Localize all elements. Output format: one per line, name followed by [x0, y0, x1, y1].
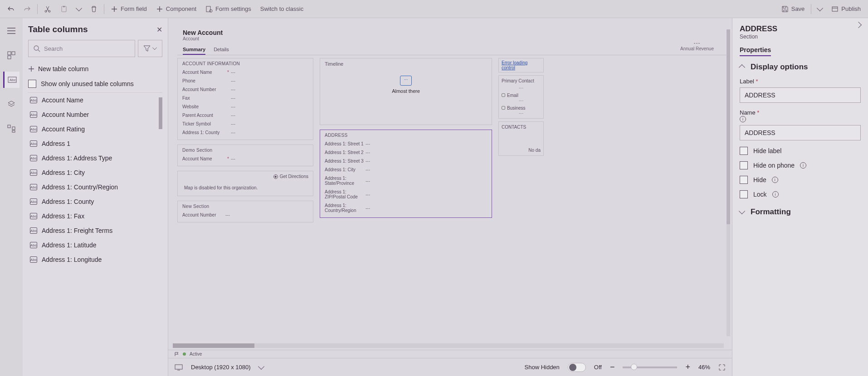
column-item[interactable]: AbcAddress 1: Country/Region [28, 180, 162, 194]
tab-summary[interactable]: Summary [183, 47, 205, 55]
section-map[interactable]: ◆Get Directions Map is disabled for this… [177, 171, 313, 196]
column-item[interactable]: AbcAccount Number [28, 107, 162, 122]
form-row[interactable]: Fax--- [182, 94, 308, 102]
column-item[interactable]: AbcAddress 1 [28, 136, 162, 151]
zoom-in[interactable]: + [685, 362, 690, 372]
info-icon: i [740, 116, 746, 122]
rail-columns[interactable]: Abc [3, 72, 20, 88]
component-button[interactable]: Component [152, 4, 200, 14]
form-tabs: Summary Details [177, 44, 727, 55]
form-row[interactable]: Address 1: State/Province--- [325, 174, 487, 188]
column-item[interactable]: AbcAddress 1: County [28, 194, 162, 209]
form-settings-button[interactable]: Form settings [202, 4, 255, 14]
redo-button[interactable] [20, 4, 34, 14]
properties-panel: ADDRESS Section Properties Display optio… [732, 18, 868, 376]
viewport-dropdown[interactable] [258, 363, 264, 369]
rail-tree[interactable] [3, 121, 20, 137]
form-row[interactable]: Parent Account--- [182, 111, 308, 120]
props-collapse[interactable] [855, 22, 862, 28]
form-row[interactable]: Account Name*--- [182, 68, 308, 77]
new-table-column[interactable]: New table column [28, 63, 162, 75]
folder-icon [400, 76, 412, 86]
section-error[interactable]: Error loading control [498, 58, 544, 72]
rail-components[interactable] [3, 47, 20, 63]
zoom-out[interactable]: − [610, 362, 615, 372]
column-item[interactable]: AbcAddress 1: Fax [28, 209, 162, 223]
column-item[interactable]: AbcAddress 1: Latitude [28, 238, 162, 252]
scrollbar-thumb[interactable] [159, 97, 162, 129]
column-item[interactable]: AbcAddress 1: City [28, 165, 162, 180]
form-entity: Account [183, 36, 727, 41]
form-row[interactable]: Ticker Symbol--- [182, 120, 308, 128]
save-dropdown[interactable] [814, 6, 826, 12]
section-primary-contact[interactable]: Primary Contact --- Email --- Business -… [498, 75, 544, 119]
form-row[interactable]: Address 1: Country/Region--- [325, 201, 487, 215]
section-timeline[interactable]: Timeline Almost there [320, 58, 492, 125]
search-icon [33, 45, 40, 52]
group-display-options[interactable]: Display options [740, 63, 861, 72]
zoom-slider[interactable] [623, 366, 677, 368]
filter-button[interactable] [138, 40, 162, 57]
text-type-icon: Abc [30, 256, 37, 263]
desktop-icon [175, 364, 183, 371]
rail-layers[interactable] [3, 96, 20, 112]
section-new[interactable]: New Section Account Number--- [177, 201, 313, 222]
tab-details[interactable]: Details [214, 47, 229, 55]
delete-button[interactable] [87, 4, 101, 14]
form-row[interactable]: Phone--- [182, 77, 308, 85]
form-row[interactable]: Address 1: County--- [182, 128, 308, 137]
hide-label-checkbox[interactable] [740, 147, 748, 155]
lock-icon [502, 106, 505, 110]
show-unused-checkbox[interactable] [28, 80, 36, 88]
panel-close[interactable]: ✕ [156, 25, 162, 34]
get-directions[interactable]: ◆Get Directions [273, 174, 308, 179]
switch-classic-button[interactable]: Switch to classic [257, 4, 307, 14]
form-row[interactable]: Address 1: Street 2--- [325, 148, 487, 157]
cut-button[interactable] [40, 4, 55, 14]
form-row[interactable]: Account Number--- [182, 85, 308, 94]
svg-rect-8 [12, 52, 15, 55]
search-input[interactable]: Search [28, 40, 135, 57]
form-row[interactable]: Address 1: ZIP/Postal Code--- [325, 188, 487, 201]
text-type-icon: Abc [30, 155, 37, 161]
save-button[interactable]: Save [778, 4, 809, 14]
column-item[interactable]: AbcAccount Name [28, 93, 162, 107]
form-row[interactable]: Address 1: Street 3--- [325, 157, 487, 165]
lock-checkbox[interactable] [740, 190, 748, 198]
section-account-info[interactable]: ACCOUNT INFORMATION Account Name*---Phon… [177, 58, 313, 140]
svg-rect-13 [12, 127, 15, 130]
info-icon: i [772, 177, 778, 183]
svg-point-5 [210, 10, 212, 12]
paste-dropdown[interactable] [73, 6, 85, 12]
canvas-scroll-h[interactable] [173, 343, 724, 348]
label-input[interactable] [740, 87, 861, 103]
section-demo[interactable]: Demo Section Account Name*--- [177, 145, 313, 166]
publish-button[interactable]: Publish [828, 4, 864, 14]
section-contacts[interactable]: CONTACTS No da [498, 121, 544, 156]
svg-rect-7 [8, 52, 11, 55]
svg-rect-3 [63, 6, 65, 7]
section-address[interactable]: ADDRESS Address 1: Street 1---Address 1:… [320, 130, 492, 218]
form-row[interactable]: Address 1: City--- [325, 165, 487, 174]
paste-button[interactable] [57, 4, 71, 14]
undo-button[interactable] [4, 4, 18, 14]
props-tab-properties[interactable]: Properties [740, 46, 771, 56]
column-item[interactable]: AbcAddress 1: Address Type [28, 151, 162, 165]
hide-phone-checkbox[interactable] [740, 161, 748, 169]
fit-icon[interactable] [718, 364, 726, 371]
form-field-button[interactable]: Form field [107, 4, 151, 14]
group-formatting[interactable]: Formatting [740, 207, 861, 217]
column-item[interactable]: AbcAccount Rating [28, 122, 162, 136]
props-subtitle: Section [740, 34, 777, 40]
svg-text:Abc: Abc [10, 78, 16, 82]
column-item[interactable]: AbcAddress 1: Freight Terms [28, 223, 162, 238]
annual-revenue: --- Annual Revenue [680, 40, 714, 51]
name-input[interactable] [740, 125, 861, 140]
hide-checkbox[interactable] [740, 176, 748, 184]
rail-menu[interactable] [3, 23, 20, 39]
text-type-icon: Abc [30, 140, 37, 147]
column-item[interactable]: AbcAddress 1: Longitude [28, 252, 162, 267]
form-row[interactable]: Website--- [182, 102, 308, 111]
show-hidden-toggle[interactable] [568, 363, 586, 372]
form-row[interactable]: Address 1: Street 1--- [325, 140, 487, 148]
